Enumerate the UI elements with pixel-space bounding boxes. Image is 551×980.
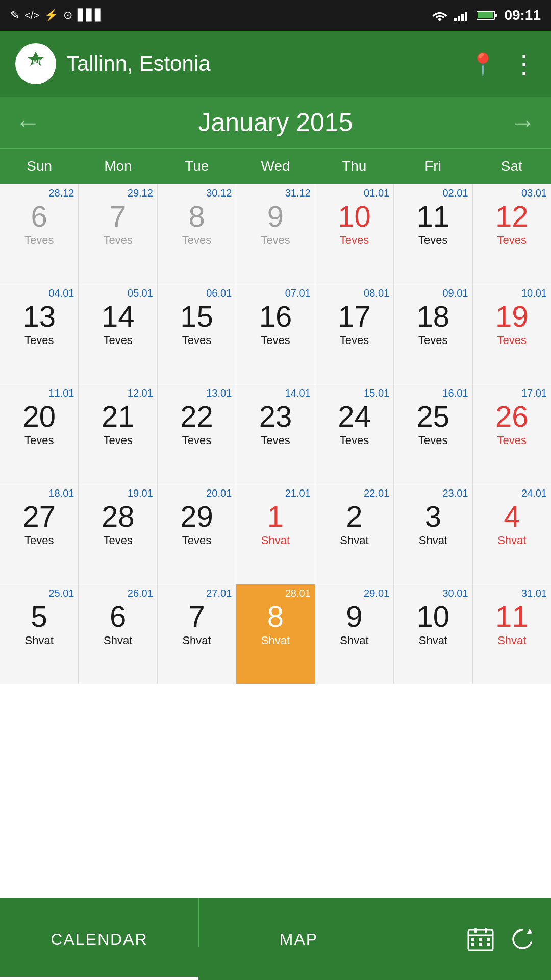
calendar-cell[interactable]: 28.126Teves [0, 184, 78, 284]
calendar-cell[interactable]: 03.0112Teves [473, 184, 551, 284]
cell-top-date: 10.01 [521, 287, 550, 299]
cell-hebrew-month: Teves [261, 434, 290, 447]
cell-hebrew-month: Shvat [497, 634, 526, 647]
cell-hebrew-month: Shvat [340, 534, 368, 547]
cell-main-date: 28 [102, 500, 135, 533]
app-icon: שׁ [15, 43, 56, 84]
cell-main-date: 3 [425, 500, 441, 533]
cell-top-date: 17.01 [521, 387, 550, 399]
cell-hebrew-month: Teves [182, 334, 211, 347]
more-options-icon[interactable]: ⋮ [511, 49, 536, 79]
cell-main-date: 2 [346, 500, 362, 533]
calendar-cell[interactable]: 13.0122Teves [158, 384, 236, 484]
cell-hebrew-month: Shvat [261, 634, 290, 647]
cell-main-date: 6 [110, 600, 126, 633]
svg-rect-14 [479, 938, 482, 941]
cell-main-date: 7 [188, 600, 205, 633]
cell-main-date: 18 [417, 300, 450, 333]
calendar-cell[interactable]: 28.018Shvat [236, 584, 314, 684]
calendar-cell[interactable]: 26.016Shvat [79, 584, 157, 684]
app-logo-icon: שׁ [20, 48, 51, 79]
calendar-cell[interactable]: 30.128Teves [158, 184, 236, 284]
svg-rect-3 [465, 12, 467, 21]
calendar-icon[interactable] [467, 926, 494, 952]
calendar-cell[interactable]: 20.0129Teves [158, 484, 236, 584]
cell-main-date: 17 [338, 300, 371, 333]
calendar-cell[interactable]: 29.127Teves [79, 184, 157, 284]
tab-calendar[interactable]: CALENDAR [0, 898, 198, 980]
calendar-cell[interactable]: 14.0123Teves [236, 384, 314, 484]
cell-hebrew-month: Teves [497, 234, 527, 247]
cell-hebrew-month: Teves [261, 334, 290, 347]
calendar-cell[interactable]: 23.013Shvat [394, 484, 472, 584]
cell-hebrew-month: Teves [497, 334, 527, 347]
calendar-cell[interactable]: 12.0121Teves [79, 384, 157, 484]
svg-marker-19 [527, 929, 533, 934]
svg-rect-18 [487, 943, 490, 946]
cell-top-date: 13.01 [206, 387, 235, 399]
calendar-cell[interactable]: 30.0110Shvat [394, 584, 472, 684]
calendar-cell[interactable]: 31.129Teves [236, 184, 314, 284]
header-location: Tallinn, Estonia [66, 52, 211, 76]
calendar-cell[interactable]: 24.014Shvat [473, 484, 551, 584]
header-left: שׁ Tallinn, Estonia [15, 43, 211, 84]
cell-hebrew-month: Teves [103, 534, 132, 547]
clock-icon: ⊙ [63, 9, 72, 22]
calendar-cell[interactable]: 05.0114Teves [79, 284, 157, 384]
wifi-icon [432, 9, 448, 21]
calendar-cell[interactable]: 29.019Shvat [315, 584, 393, 684]
calendar-cell[interactable]: 25.015Shvat [0, 584, 78, 684]
cell-top-date: 18.01 [48, 487, 77, 499]
calendar-tab-label: CALENDAR [51, 930, 147, 949]
cell-hebrew-month: Teves [24, 434, 54, 447]
svg-rect-12 [485, 928, 487, 933]
next-month-button[interactable]: → [510, 108, 536, 137]
calendar-cell[interactable]: 02.0111Teves [394, 184, 472, 284]
cell-main-date: 5 [31, 600, 47, 633]
calendar-cell[interactable]: 04.0113Teves [0, 284, 78, 384]
cell-main-date: 25 [417, 400, 450, 433]
month-navigation: ← January 2015 → [0, 97, 551, 148]
cell-top-date: 21.01 [285, 487, 314, 499]
cell-top-date: 31.12 [285, 187, 314, 199]
cell-top-date: 24.01 [521, 487, 550, 499]
svg-rect-0 [454, 18, 457, 21]
calendar-cell[interactable]: 22.012Shvat [315, 484, 393, 584]
cell-hebrew-month: Shvat [419, 534, 447, 547]
day-header-sun: Sun [0, 149, 79, 184]
calendar-cell[interactable]: 21.011Shvat [236, 484, 314, 584]
day-header-sat: Sat [472, 149, 551, 184]
cell-main-date: 9 [267, 200, 284, 233]
cell-main-date: 8 [188, 200, 205, 233]
day-header-mon: Mon [79, 149, 157, 184]
svg-text:שׁ: שׁ [33, 58, 40, 68]
cell-top-date: 30.01 [443, 587, 471, 599]
cell-top-date: 05.01 [128, 287, 156, 299]
calendar-cell[interactable]: 18.0127Teves [0, 484, 78, 584]
calendar-cell[interactable]: 16.0125Teves [394, 384, 472, 484]
cell-main-date: 27 [22, 500, 56, 533]
calendar-cell[interactable]: 19.0128Teves [79, 484, 157, 584]
svg-rect-13 [471, 938, 474, 941]
tab-map[interactable]: MAP [199, 898, 398, 980]
calendar-cell[interactable]: 17.0126Teves [473, 384, 551, 484]
calendar-cell[interactable]: 08.0117Teves [315, 284, 393, 384]
calendar-cell[interactable]: 01.0110Teves [315, 184, 393, 284]
svg-rect-6 [478, 12, 493, 18]
calendar-cell[interactable]: 09.0118Teves [394, 284, 472, 384]
cell-main-date: 6 [31, 200, 47, 233]
calendar-cell[interactable]: 06.0115Teves [158, 284, 236, 384]
calendar-cell[interactable]: 15.0124Teves [315, 384, 393, 484]
calendar-cell[interactable]: 11.0120Teves [0, 384, 78, 484]
cell-top-date: 29.12 [128, 187, 156, 199]
cell-top-date: 15.01 [364, 387, 392, 399]
calendar-cell[interactable]: 10.0119Teves [473, 284, 551, 384]
calendar-cell[interactable]: 27.017Shvat [158, 584, 236, 684]
cell-top-date: 31.01 [521, 587, 550, 599]
refresh-icon[interactable] [509, 926, 536, 952]
calendar-cell[interactable]: 31.0111Shvat [473, 584, 551, 684]
calendar-cell[interactable]: 07.0116Teves [236, 284, 314, 384]
cell-main-date: 8 [267, 600, 284, 633]
location-pin-icon[interactable]: 📍 [469, 52, 496, 77]
prev-month-button[interactable]: ← [15, 108, 41, 137]
